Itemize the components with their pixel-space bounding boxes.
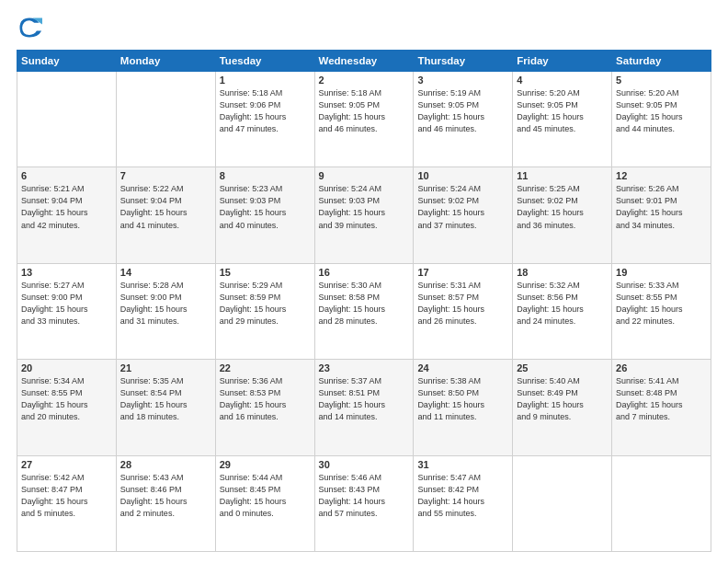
calendar-day-header: Monday — [116, 51, 215, 72]
calendar-cell — [116, 72, 215, 167]
calendar-cell — [513, 455, 612, 551]
calendar-cell: 29Sunrise: 5:44 AM Sunset: 8:45 PM Dayli… — [215, 455, 314, 551]
calendar-cell: 25Sunrise: 5:40 AM Sunset: 8:49 PM Dayli… — [513, 360, 612, 455]
day-info: Sunrise: 5:30 AM Sunset: 8:58 PM Dayligh… — [319, 280, 410, 327]
day-number: 31 — [417, 459, 508, 470]
calendar-cell: 15Sunrise: 5:29 AM Sunset: 8:59 PM Dayli… — [215, 263, 314, 359]
day-info: Sunrise: 5:37 AM Sunset: 8:51 PM Dayligh… — [319, 375, 410, 423]
calendar-week-row: 20Sunrise: 5:34 AM Sunset: 8:55 PM Dayli… — [17, 360, 711, 455]
day-number: 25 — [517, 362, 608, 373]
calendar-cell: 27Sunrise: 5:42 AM Sunset: 8:47 PM Dayli… — [17, 455, 117, 551]
calendar-cell: 22Sunrise: 5:36 AM Sunset: 8:53 PM Dayli… — [215, 360, 314, 455]
day-number: 15 — [220, 267, 311, 278]
calendar-cell — [17, 72, 117, 167]
day-number: 4 — [517, 75, 608, 86]
calendar-cell: 30Sunrise: 5:46 AM Sunset: 8:43 PM Dayli… — [314, 455, 414, 551]
day-number: 7 — [120, 170, 211, 181]
calendar-week-row: 1Sunrise: 5:18 AM Sunset: 9:06 PM Daylig… — [17, 72, 711, 167]
day-info: Sunrise: 5:21 AM Sunset: 9:04 PM Dayligh… — [21, 183, 112, 231]
day-info: Sunrise: 5:29 AM Sunset: 8:59 PM Dayligh… — [220, 280, 311, 327]
calendar-cell: 9Sunrise: 5:24 AM Sunset: 9:03 PM Daylig… — [314, 167, 414, 263]
calendar-day-header: Saturday — [612, 51, 711, 72]
day-info: Sunrise: 5:46 AM Sunset: 8:43 PM Dayligh… — [319, 472, 410, 520]
day-number: 29 — [220, 459, 311, 470]
calendar-cell: 1Sunrise: 5:18 AM Sunset: 9:06 PM Daylig… — [215, 72, 314, 167]
logo-icon — [17, 15, 42, 40]
day-number: 17 — [417, 267, 508, 278]
day-info: Sunrise: 5:32 AM Sunset: 8:56 PM Dayligh… — [517, 280, 608, 327]
day-number: 8 — [220, 170, 311, 181]
calendar-day-header: Thursday — [414, 51, 513, 72]
calendar-cell: 24Sunrise: 5:38 AM Sunset: 8:50 PM Dayli… — [414, 360, 513, 455]
day-info: Sunrise: 5:40 AM Sunset: 8:49 PM Dayligh… — [517, 375, 608, 423]
calendar-cell: 8Sunrise: 5:23 AM Sunset: 9:03 PM Daylig… — [215, 167, 314, 263]
day-info: Sunrise: 5:31 AM Sunset: 8:57 PM Dayligh… — [417, 280, 508, 327]
day-info: Sunrise: 5:47 AM Sunset: 8:42 PM Dayligh… — [417, 472, 508, 520]
day-number: 6 — [21, 170, 112, 181]
calendar-cell: 23Sunrise: 5:37 AM Sunset: 8:51 PM Dayli… — [314, 360, 414, 455]
day-number: 3 — [417, 75, 508, 86]
calendar-day-header: Friday — [513, 51, 612, 72]
calendar-cell: 10Sunrise: 5:24 AM Sunset: 9:02 PM Dayli… — [414, 167, 513, 263]
day-number: 23 — [319, 362, 410, 373]
calendar-cell: 21Sunrise: 5:35 AM Sunset: 8:54 PM Dayli… — [116, 360, 215, 455]
day-info: Sunrise: 5:18 AM Sunset: 9:05 PM Dayligh… — [319, 87, 410, 135]
calendar-table: SundayMondayTuesdayWednesdayThursdayFrid… — [17, 50, 711, 552]
calendar-day-header: Sunday — [17, 51, 117, 72]
calendar-cell: 20Sunrise: 5:34 AM Sunset: 8:55 PM Dayli… — [17, 360, 117, 455]
day-number: 14 — [120, 267, 211, 278]
calendar-cell: 11Sunrise: 5:25 AM Sunset: 9:02 PM Dayli… — [513, 167, 612, 263]
day-info: Sunrise: 5:41 AM Sunset: 8:48 PM Dayligh… — [616, 375, 707, 423]
day-info: Sunrise: 5:18 AM Sunset: 9:06 PM Dayligh… — [220, 87, 311, 135]
calendar-cell: 28Sunrise: 5:43 AM Sunset: 8:46 PM Dayli… — [116, 455, 215, 551]
day-number: 16 — [319, 267, 410, 278]
calendar-cell: 4Sunrise: 5:20 AM Sunset: 9:05 PM Daylig… — [513, 72, 612, 167]
calendar-cell: 19Sunrise: 5:33 AM Sunset: 8:55 PM Dayli… — [612, 263, 711, 359]
day-number: 9 — [319, 170, 410, 181]
day-info: Sunrise: 5:42 AM Sunset: 8:47 PM Dayligh… — [21, 472, 112, 520]
page: SundayMondayTuesdayWednesdayThursdayFrid… — [0, 0, 728, 563]
day-info: Sunrise: 5:43 AM Sunset: 8:46 PM Dayligh… — [120, 472, 211, 520]
day-number: 20 — [21, 362, 112, 373]
day-info: Sunrise: 5:24 AM Sunset: 9:02 PM Dayligh… — [417, 183, 508, 231]
calendar-cell — [612, 455, 711, 551]
calendar-cell: 5Sunrise: 5:20 AM Sunset: 9:05 PM Daylig… — [612, 72, 711, 167]
calendar-week-row: 6Sunrise: 5:21 AM Sunset: 9:04 PM Daylig… — [17, 167, 711, 263]
logo — [17, 15, 46, 40]
calendar-cell: 31Sunrise: 5:47 AM Sunset: 8:42 PM Dayli… — [414, 455, 513, 551]
day-info: Sunrise: 5:36 AM Sunset: 8:53 PM Dayligh… — [220, 375, 311, 423]
day-info: Sunrise: 5:19 AM Sunset: 9:05 PM Dayligh… — [417, 87, 508, 135]
day-info: Sunrise: 5:23 AM Sunset: 9:03 PM Dayligh… — [220, 183, 311, 231]
day-info: Sunrise: 5:27 AM Sunset: 9:00 PM Dayligh… — [21, 280, 112, 327]
calendar-cell: 3Sunrise: 5:19 AM Sunset: 9:05 PM Daylig… — [414, 72, 513, 167]
day-info: Sunrise: 5:25 AM Sunset: 9:02 PM Dayligh… — [517, 183, 608, 231]
calendar-header-row: SundayMondayTuesdayWednesdayThursdayFrid… — [17, 51, 711, 72]
day-number: 2 — [319, 75, 410, 86]
day-info: Sunrise: 5:28 AM Sunset: 9:00 PM Dayligh… — [120, 280, 211, 327]
day-number: 13 — [21, 267, 112, 278]
day-number: 24 — [417, 362, 508, 373]
day-number: 1 — [220, 75, 311, 86]
day-number: 28 — [120, 459, 211, 470]
calendar-day-header: Wednesday — [314, 51, 414, 72]
day-number: 11 — [517, 170, 608, 181]
day-number: 21 — [120, 362, 211, 373]
calendar-cell: 13Sunrise: 5:27 AM Sunset: 9:00 PM Dayli… — [17, 263, 117, 359]
calendar-day-header: Tuesday — [215, 51, 314, 72]
day-info: Sunrise: 5:34 AM Sunset: 8:55 PM Dayligh… — [21, 375, 112, 423]
day-info: Sunrise: 5:44 AM Sunset: 8:45 PM Dayligh… — [220, 472, 311, 520]
calendar-cell: 2Sunrise: 5:18 AM Sunset: 9:05 PM Daylig… — [314, 72, 414, 167]
day-number: 10 — [417, 170, 508, 181]
calendar-cell: 26Sunrise: 5:41 AM Sunset: 8:48 PM Dayli… — [612, 360, 711, 455]
day-info: Sunrise: 5:35 AM Sunset: 8:54 PM Dayligh… — [120, 375, 211, 423]
calendar-cell: 14Sunrise: 5:28 AM Sunset: 9:00 PM Dayli… — [116, 263, 215, 359]
day-number: 30 — [319, 459, 410, 470]
calendar-cell: 17Sunrise: 5:31 AM Sunset: 8:57 PM Dayli… — [414, 263, 513, 359]
calendar-week-row: 13Sunrise: 5:27 AM Sunset: 9:00 PM Dayli… — [17, 263, 711, 359]
day-info: Sunrise: 5:24 AM Sunset: 9:03 PM Dayligh… — [319, 183, 410, 231]
day-number: 22 — [220, 362, 311, 373]
header — [17, 15, 711, 40]
day-info: Sunrise: 5:38 AM Sunset: 8:50 PM Dayligh… — [417, 375, 508, 423]
day-info: Sunrise: 5:20 AM Sunset: 9:05 PM Dayligh… — [616, 87, 707, 135]
day-number: 19 — [616, 267, 707, 278]
